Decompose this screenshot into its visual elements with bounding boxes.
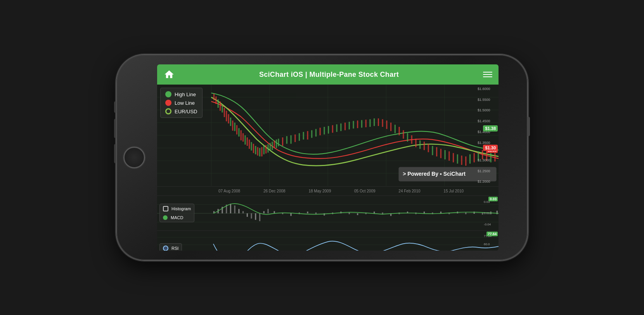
svg-rect-106 [242,211,244,213]
legend-low-line: Low Line [165,100,197,106]
menu-icon[interactable] [483,72,492,77]
svg-rect-26 [242,133,244,142]
svg-rect-88 [465,156,466,166]
legend-macd: MACD [163,215,191,220]
svg-rect-65 [369,119,370,127]
svg-rect-86 [457,154,458,164]
eur-usd-label: EUR/USD [175,109,197,114]
volume-up-button[interactable] [114,101,116,113]
svg-rect-42 [276,140,277,148]
time-label-2: 18 May 2009 [308,189,331,193]
macd-val-bot: -0.04 [484,223,498,226]
legend-high-line: High Line [165,91,197,97]
svg-rect-71 [395,125,396,133]
svg-rect-136 [465,212,466,214]
price-1350: $1.3500 [478,141,497,145]
legend-eur-usd: EUR/USD [165,108,197,114]
svg-rect-80 [432,146,433,155]
svg-rect-83 [444,150,445,159]
low-line-dot [165,100,171,106]
svg-rect-82 [440,149,441,158]
svg-rect-103 [230,204,231,213]
svg-rect-34 [259,148,260,156]
current-low-tag2: $1.30 [483,145,498,151]
high-line-label: High Line [175,92,196,97]
svg-rect-31 [253,144,254,153]
home-button[interactable] [123,147,145,168]
svg-rect-30 [251,142,252,151]
svg-rect-81 [436,147,437,156]
macd-label: MACD [171,215,183,220]
macd-current-tag: 0.03 [488,197,498,201]
svg-rect-37 [265,145,267,154]
svg-rect-21 [232,121,233,131]
svg-rect-32 [255,146,256,154]
home-icon[interactable] [163,69,175,80]
svg-rect-14 [218,99,219,108]
svg-rect-119 [324,213,325,215]
main-chart-svg-area[interactable]: > Powered By ▪ SciChart $1.6000 $1.5500 … [157,85,499,186]
svg-rect-63 [361,120,362,128]
main-chart-legend: High Line Low Line EUR/USD [160,88,203,118]
silent-switch[interactable] [114,144,116,163]
svg-rect-12 [213,94,215,100]
macd-svg-area: 0.03 0.01 -0.04 0.03 [157,196,499,231]
svg-rect-29 [249,140,250,149]
rsi-label: RSI [171,246,178,251]
phone-screen: SciChart iOS | Multiple-Pane Stock Chart… [157,64,499,251]
rsi-current-tag: 77.64 [486,232,498,236]
phone-shell: SciChart iOS | Multiple-Pane Stock Chart… [116,55,528,260]
main-chart-svg: > Powered By ▪ SciChart [157,85,499,186]
macd-dot [163,215,168,220]
menu-line-3 [483,76,492,77]
svg-rect-118 [315,212,317,214]
volume-down-button[interactable] [114,119,116,138]
svg-rect-39 [270,143,271,151]
svg-rect-44 [282,137,283,146]
svg-rect-131 [424,211,425,213]
svg-rect-84 [448,151,450,161]
price-1500: $1.5000 [478,108,497,112]
svg-rect-54 [324,127,325,135]
svg-rect-55 [328,126,329,134]
macd-val-mid: 0.01 [484,211,498,215]
price-1550: $1.5500 [478,98,497,102]
svg-rect-73 [403,130,404,139]
svg-rect-105 [238,209,239,213]
main-price-chart[interactable]: High Line Low Line EUR/USD [157,85,499,187]
rsi-icon [163,246,168,251]
svg-rect-79 [428,144,429,152]
svg-rect-110 [259,213,260,221]
price-1200: $1.2000 [478,180,497,183]
svg-rect-109 [255,213,256,220]
svg-rect-45 [286,136,287,144]
svg-rect-113 [274,211,275,213]
svg-rect-117 [307,211,308,213]
svg-rect-23 [236,125,237,135]
price-1600: $1.6000 [478,87,497,91]
time-label-3: 05 Oct 2009 [354,189,375,193]
app-title: SciChart iOS | Multiple-Pane Stock Chart [259,71,399,79]
svg-rect-17 [224,108,225,117]
rsi-svg [157,231,499,251]
rsi-chart[interactable]: RSI 77.64 60 [157,231,499,251]
macd-chart[interactable]: Histogram MACD [157,196,499,231]
svg-rect-57 [336,124,337,132]
svg-rect-108 [251,213,252,218]
macd-line [213,203,499,214]
menu-line-2 [483,74,492,75]
svg-rect-25 [241,130,242,140]
rsi-svg-area: 77.64 60.0 40.0 20.0 77.64 [157,231,499,251]
svg-rect-36 [263,146,265,154]
svg-rect-35 [261,147,262,156]
svg-rect-76 [415,138,416,147]
high-line-dot [165,91,171,97]
legend-rsi: RSI [163,246,178,251]
eur-usd-line-path [211,97,499,166]
svg-rect-56 [332,125,333,133]
svg-rect-13 [215,97,216,104]
candlesticks [213,94,496,166]
svg-rect-64 [365,119,367,127]
svg-rect-67 [378,118,379,126]
svg-rect-112 [267,209,268,213]
